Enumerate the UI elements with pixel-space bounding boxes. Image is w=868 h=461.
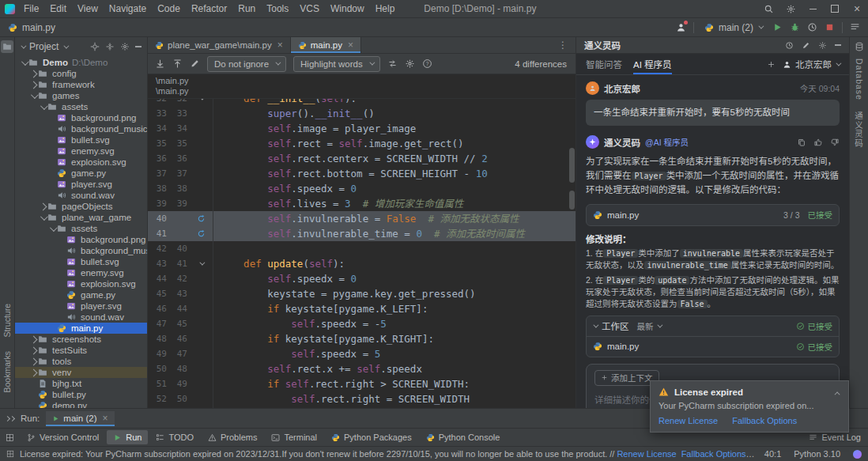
tree-item-tools[interactable]: tools <box>15 356 147 367</box>
toolwindow-tab-run[interactable]: Run <box>107 430 148 444</box>
tree-item-bullet.svg[interactable]: bullet.svg <box>15 134 147 145</box>
collapse-notification-icon[interactable] <box>836 389 840 395</box>
bookmarks-toolwindow-button[interactable]: Bookmarks <box>2 351 12 393</box>
tree-chevron-icon[interactable] <box>29 337 38 342</box>
close-button[interactable]: × <box>846 0 868 17</box>
next-difference-icon[interactable] <box>155 59 165 69</box>
tree-item-game.py[interactable]: game.py <box>15 168 147 179</box>
renew-license-link[interactable]: Renew License <box>617 449 676 459</box>
toolwindow-tab-todo[interactable]: TODO <box>149 430 200 444</box>
tree-item-framework[interactable]: framework <box>15 79 147 90</box>
tree-item-assets[interactable]: assets <box>15 101 147 112</box>
diff-settings-icon[interactable] <box>405 59 415 69</box>
tree-item-player.svg[interactable]: player.svg <box>15 300 147 312</box>
tree-chevron-icon[interactable] <box>29 93 38 99</box>
database-toolwindow-button[interactable]: Database <box>855 59 864 100</box>
toolwindow-tab-version-control[interactable]: Version Control <box>21 430 105 444</box>
tree-chevron-icon[interactable] <box>29 348 38 353</box>
tree-item-background-music.mp3[interactable]: background_music.mp3 <box>15 245 147 256</box>
ide-settings-icon[interactable] <box>779 0 802 17</box>
code-line[interactable]: 40 self.invulnerable = False # 添加无敌状态属性 <box>148 211 576 226</box>
notifications-icon[interactable] <box>850 22 860 32</box>
menu-navigate[interactable]: Navigate <box>104 0 152 17</box>
profiler-button[interactable] <box>807 22 817 32</box>
tree-chevron-icon[interactable] <box>39 104 47 110</box>
search-everywhere-icon[interactable] <box>757 0 779 17</box>
tree-item-explosion.svg[interactable]: explosion.svg <box>15 157 147 168</box>
code-line[interactable]: 3939 self.lives = 3 # 增加玩家生命值属性 <box>148 196 576 211</box>
run-button[interactable] <box>772 22 783 32</box>
tree-item-bullet.svg[interactable]: bullet.svg <box>15 256 147 267</box>
tree-item-screenshots[interactable]: screenshots <box>15 334 147 345</box>
add-session-icon[interactable] <box>767 60 776 69</box>
code-line[interactable]: 4947 self.speedx = 5 <box>148 346 576 361</box>
tree-chevron-icon[interactable] <box>29 82 38 88</box>
workspace-header[interactable]: 工作区 最新 已接受 <box>587 316 839 337</box>
tab-smart-qa[interactable]: 智能问答 <box>586 54 622 74</box>
workspace-sort-select[interactable]: 最新 <box>637 320 661 332</box>
run-tab-main-2[interactable]: main (2) × <box>46 411 114 426</box>
tree-item-plane-war-game[interactable]: plane_war_game <box>15 212 147 223</box>
history-icon[interactable] <box>785 41 794 50</box>
code-line[interactable]: 4543 keystate = pygame.key.get_pressed() <box>148 286 576 301</box>
tree-item-sound.wav[interactable]: sound.wav <box>15 312 147 323</box>
code-line[interactable]: 5048 self.rect.x += self.speedx <box>148 361 576 376</box>
revert-change-icon[interactable] <box>189 226 213 241</box>
scrollbar-thumb[interactable] <box>569 148 575 183</box>
tree-item-config[interactable]: config <box>15 68 147 79</box>
code-line[interactable]: 3737 self.rect.bottom = SCREEN_HEIGHT - … <box>148 166 576 181</box>
code-line[interactable]: 4442 self.speedx = 0 <box>148 271 576 286</box>
menu-vcs[interactable]: VCS <box>294 0 325 17</box>
debug-button[interactable] <box>790 22 800 32</box>
event-log-button[interactable]: Event Log <box>809 433 862 442</box>
code-line[interactable]: 4240 <box>148 241 576 256</box>
notification-renew-link[interactable]: Renew License <box>659 416 718 425</box>
code-line[interactable]: 4745 self.speedx = -5 <box>148 316 576 331</box>
project-toolwindow-button[interactable] <box>1 40 13 53</box>
toolwindow-switcher-icon[interactable] <box>6 433 14 442</box>
python-interpreter[interactable]: Python 3.10 <box>794 449 840 459</box>
tree-item-player.svg[interactable]: player.svg <box>15 179 147 190</box>
hide-ai-panel-icon[interactable] <box>835 44 841 46</box>
hide-tabs-icon[interactable] <box>6 417 14 421</box>
code-line[interactable]: 5351 if self.rect.left < 0: <box>148 406 576 408</box>
tree-item-background.png[interactable]: background.png <box>15 234 147 245</box>
tree-item-background-music.mp3[interactable]: background_music.mp3 <box>15 123 147 134</box>
modified-file-chip[interactable]: main.py 3 / 3 已接受 <box>586 204 840 226</box>
maximize-button[interactable] <box>824 0 846 17</box>
run-configuration-select[interactable]: main (2) <box>701 21 765 34</box>
fallback-options-link[interactable]: Fallback Options <box>681 449 746 459</box>
ignore-policy-select[interactable]: Do not ignore <box>207 56 286 72</box>
close-tab-icon[interactable]: × <box>348 40 353 50</box>
tree-chevron-icon[interactable] <box>39 204 47 210</box>
code-line[interactable]: 3535 self.rect = self.image.get_rect() <box>148 136 576 151</box>
code-line[interactable]: 3838 self.speedx = 0 <box>148 181 576 196</box>
close-run-tab-icon[interactable]: × <box>102 414 108 423</box>
tree-chevron-icon[interactable] <box>29 359 38 365</box>
tree-item-explosion.svg[interactable]: explosion.svg <box>15 278 147 289</box>
scrollbar-thumb[interactable] <box>569 191 575 210</box>
tree-item-demo[interactable]: DemoD:\Demo <box>15 57 147 68</box>
tab-plane-war-game-main-py[interactable]: plane_war_game\main.py × <box>148 37 291 53</box>
toolwindow-tab-python-packages[interactable]: Python Packages <box>325 430 418 444</box>
tree-item-bjhg.txt[interactable]: bjhg.txt <box>15 378 147 389</box>
breadcrumb[interactable]: main.py <box>8 22 55 33</box>
database-icon[interactable] <box>853 40 866 53</box>
tree-item-bullet.py[interactable]: bullet.py <box>15 389 147 400</box>
copy-icon[interactable] <box>797 138 806 147</box>
stop-button[interactable] <box>825 22 835 32</box>
revert-change-icon[interactable] <box>189 211 213 226</box>
tab-main-py[interactable]: main.py × <box>291 37 361 53</box>
tree-chevron-icon[interactable] <box>39 215 47 221</box>
code-line[interactable]: 3232 def __init__(self): <box>148 99 576 106</box>
code-line[interactable]: 4846 if keystate[pygame.K_RIGHT]: <box>148 331 576 346</box>
editor-scrollbar[interactable] <box>568 99 576 408</box>
tabs-menu-icon[interactable]: ⋮ <box>551 37 576 53</box>
collapse-all-icon[interactable] <box>105 42 115 51</box>
menu-refactor[interactable]: Refactor <box>186 0 232 17</box>
code-line[interactable]: 3333 super().__init__() <box>148 106 576 121</box>
fold-chevron-icon[interactable] <box>189 99 213 106</box>
toolwindow-tab-problems[interactable]: Problems <box>202 430 263 444</box>
tree-item-game.py[interactable]: game.py <box>15 289 147 300</box>
notification-fallback-link[interactable]: Fallback Options <box>732 416 797 425</box>
